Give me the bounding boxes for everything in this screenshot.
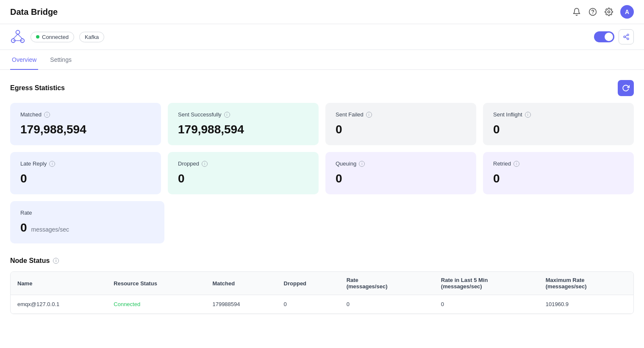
header-icons: A (572, 5, 634, 19)
stat-dropped: Dropped i 0 (168, 152, 319, 194)
stat-sent-successfully-value: 179,988,594 (178, 123, 308, 136)
stat-sent-failed: Sent Failed i 0 (325, 103, 476, 145)
svg-line-7 (18, 34, 22, 39)
stat-dropped-label: Dropped i (178, 160, 308, 167)
retried-info-icon[interactable]: i (514, 161, 519, 167)
cell-matched: 179988594 (205, 295, 277, 314)
stat-rate: Rate 0 messages/sec (10, 201, 164, 243)
tab-overview[interactable]: Overview (10, 50, 38, 70)
svg-line-6 (13, 34, 18, 39)
table-head: Name Resource Status Matched Dropped Rat… (11, 272, 633, 295)
sub-header: Connected Kafka (0, 24, 644, 50)
stat-sent-successfully: Sent Successfully i 179,988,594 (168, 103, 319, 145)
kafka-logo (10, 29, 25, 44)
help-icon[interactable] (588, 7, 597, 17)
table-body: emqx@127.0.0.1 Connected 179988594 0 0 0… (11, 295, 633, 314)
egress-section-title: Egress Statistics (10, 84, 65, 92)
cell-rate-5min: 0 (434, 295, 539, 314)
queuing-info-icon[interactable]: i (359, 161, 365, 167)
tabs-bar: Overview Settings (0, 50, 644, 70)
connected-dot (36, 35, 39, 39)
col-matched: Matched (205, 272, 277, 295)
stat-late-reply-label: Late Reply i (20, 160, 151, 167)
svg-point-2 (608, 11, 610, 13)
stat-queuing-value: 0 (336, 172, 466, 185)
col-dropped: Dropped (277, 272, 340, 295)
stat-dropped-value: 0 (178, 172, 308, 185)
stat-queuing-label: Queuing i (336, 160, 466, 167)
kafka-badge: Kafka (79, 32, 104, 42)
node-status-section: Node Status i Name Resource Status Match… (10, 257, 634, 314)
main-content: Egress Statistics Matched i 179,988,594 … (0, 70, 644, 324)
cell-resource-status: Connected (107, 295, 205, 314)
cell-max-rate: 101960.9 (539, 295, 633, 314)
app-title: Data Bridge (10, 7, 58, 17)
late-reply-info-icon[interactable]: i (49, 161, 55, 167)
app-header: Data Bridge A (0, 0, 644, 24)
stat-retried: Retried i 0 (483, 152, 634, 194)
node-status-table: Name Resource Status Matched Dropped Rat… (11, 272, 633, 314)
refresh-button[interactable] (618, 80, 634, 96)
sub-header-left: Connected Kafka (10, 29, 104, 44)
node-status-title: Node Status i (10, 257, 634, 265)
col-rate: Rate(messages/sec) (340, 272, 434, 295)
stat-queuing: Queuing i 0 (325, 152, 476, 194)
sub-header-right (594, 29, 634, 44)
share-button[interactable] (619, 29, 634, 44)
col-resource-status: Resource Status (107, 272, 205, 295)
stat-late-reply: Late Reply i 0 (10, 152, 161, 194)
stat-rate-unit: messages/sec (31, 226, 69, 233)
connected-label: Connected (42, 34, 69, 40)
matched-info-icon[interactable]: i (44, 112, 50, 118)
node-status-info-icon[interactable]: i (53, 258, 59, 264)
cell-dropped: 0 (277, 295, 340, 314)
stats-row-1: Matched i 179,988,594 Sent Successfully … (10, 103, 634, 145)
stat-late-reply-value: 0 (20, 172, 151, 185)
svg-point-3 (16, 30, 20, 34)
stat-sent-failed-label: Sent Failed i (336, 111, 466, 118)
stat-sent-inflight: Sent Inflight i 0 (483, 103, 634, 145)
stat-matched-label: Matched i (20, 111, 151, 118)
cell-rate: 0 (340, 295, 434, 314)
stats-row-3: Rate 0 messages/sec (10, 201, 634, 243)
bell-icon[interactable] (572, 7, 581, 17)
stat-sent-failed-value: 0 (336, 123, 466, 136)
stat-rate-label: Rate (20, 210, 154, 216)
dropped-info-icon[interactable]: i (202, 161, 208, 167)
enable-toggle[interactable] (594, 31, 614, 42)
settings-icon[interactable] (604, 7, 613, 17)
svg-line-13 (625, 35, 627, 36)
stat-sent-successfully-label: Sent Successfully i (178, 111, 308, 118)
table-row: emqx@127.0.0.1 Connected 179988594 0 0 0… (11, 295, 633, 314)
stat-retried-value: 0 (493, 172, 624, 185)
stat-rate-value-row: 0 messages/sec (20, 221, 154, 235)
stat-rate-value: 0 (20, 221, 27, 234)
stat-matched: Matched i 179,988,594 (10, 103, 161, 145)
stat-sent-inflight-value: 0 (493, 123, 624, 136)
connected-badge: Connected (31, 32, 74, 42)
user-avatar[interactable]: A (620, 5, 634, 19)
sent-inflight-info-icon[interactable]: i (525, 112, 531, 118)
stat-retried-label: Retried i (493, 160, 624, 167)
sent-failed-info-icon[interactable]: i (366, 112, 372, 118)
stat-matched-value: 179,988,594 (20, 123, 151, 136)
cell-name: emqx@127.0.0.1 (11, 295, 107, 314)
node-status-table-container: Name Resource Status Matched Dropped Rat… (10, 271, 634, 314)
stats-row-2: Late Reply i 0 Dropped i 0 Queuing i 0 R… (10, 152, 634, 194)
tab-settings[interactable]: Settings (48, 50, 73, 70)
svg-line-12 (625, 37, 627, 39)
sent-successfully-info-icon[interactable]: i (224, 112, 230, 118)
col-name: Name (11, 272, 107, 295)
col-rate-5min: Rate in Last 5 Min(messages/sec) (434, 272, 539, 295)
egress-section-header: Egress Statistics (10, 80, 634, 96)
stat-sent-inflight-label: Sent Inflight i (493, 111, 624, 118)
col-max-rate: Maximum Rate(messages/sec) (539, 272, 633, 295)
